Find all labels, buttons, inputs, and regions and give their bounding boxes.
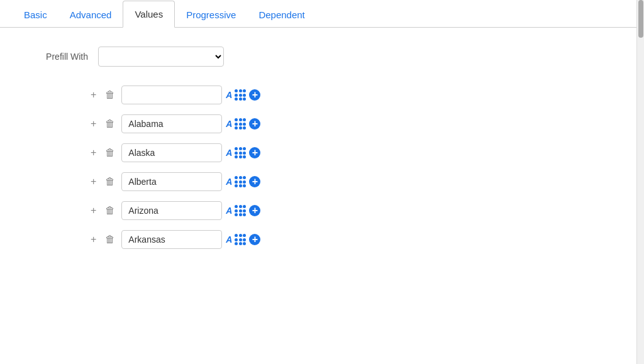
value-row: + 🗑 A + (88, 111, 611, 137)
format-a-icon[interactable]: A (226, 177, 232, 187)
action-icons: A + (226, 118, 260, 130)
value-input[interactable] (121, 143, 222, 162)
add-row-button[interactable]: + (88, 175, 99, 188)
format-a-icon[interactable]: A (226, 119, 232, 129)
tab-content: Prefill With + 🗑 A + (0, 28, 636, 364)
add-row-button[interactable]: + (88, 89, 99, 101)
add-option-button[interactable]: + (249, 176, 260, 187)
scrollbar-thumb[interactable] (638, 0, 643, 38)
value-row: + 🗑 A + (88, 197, 611, 224)
value-input[interactable] (121, 230, 222, 249)
action-icons: A + (226, 234, 260, 245)
prefill-label: Prefill With (25, 52, 88, 62)
tab-bar: Basic Advanced Values Progressive Depend… (0, 0, 636, 28)
grid-icon[interactable] (235, 118, 246, 130)
format-a-icon[interactable]: A (226, 234, 232, 245)
add-row-button[interactable]: + (88, 118, 99, 130)
format-a-icon[interactable]: A (226, 148, 232, 158)
add-option-button[interactable]: + (249, 234, 260, 245)
value-row: + 🗑 A + (88, 226, 611, 253)
action-icons: A + (226, 89, 260, 101)
delete-row-button[interactable]: 🗑 (103, 175, 118, 188)
add-option-button[interactable]: + (249, 147, 260, 158)
delete-row-button[interactable]: 🗑 (103, 233, 118, 246)
value-row: + 🗑 A + (88, 140, 611, 166)
add-row-button[interactable]: + (88, 146, 99, 159)
grid-icon[interactable] (235, 89, 246, 101)
tab-advanced[interactable]: Advanced (58, 2, 123, 28)
action-icons: A + (226, 176, 260, 187)
delete-row-button[interactable]: 🗑 (103, 146, 118, 159)
tab-values[interactable]: Values (123, 1, 175, 28)
delete-row-button[interactable]: 🗑 (103, 204, 118, 217)
prefill-select[interactable] (98, 47, 224, 67)
add-option-button[interactable]: + (249, 205, 260, 216)
value-input[interactable] (121, 172, 222, 191)
value-input[interactable] (121, 85, 222, 104)
action-icons: A + (226, 205, 260, 216)
add-row-button[interactable]: + (88, 233, 99, 246)
value-row: + 🗑 A + (88, 168, 611, 195)
delete-row-button[interactable]: 🗑 (103, 118, 118, 130)
value-row: + 🗑 A + (88, 82, 611, 108)
action-icons: A + (226, 147, 260, 158)
scrollbar[interactable] (636, 0, 644, 364)
add-option-button[interactable]: + (249, 89, 260, 101)
value-rows: + 🗑 A + + 🗑 A (88, 82, 611, 253)
add-row-button[interactable]: + (88, 204, 99, 217)
format-a-icon[interactable]: A (226, 90, 232, 100)
delete-row-button[interactable]: 🗑 (103, 89, 118, 101)
tab-basic[interactable]: Basic (13, 2, 58, 28)
main-content: Basic Advanced Values Progressive Depend… (0, 0, 636, 364)
value-input[interactable] (121, 201, 222, 220)
grid-icon[interactable] (235, 234, 246, 245)
value-input[interactable] (121, 114, 222, 133)
tab-progressive[interactable]: Progressive (175, 2, 247, 28)
tab-dependent[interactable]: Dependent (247, 2, 316, 28)
format-a-icon[interactable]: A (226, 206, 232, 216)
add-option-button[interactable]: + (249, 118, 260, 130)
grid-icon[interactable] (235, 147, 246, 158)
grid-icon[interactable] (235, 176, 246, 187)
grid-icon[interactable] (235, 205, 246, 216)
prefill-row: Prefill With (25, 47, 611, 67)
